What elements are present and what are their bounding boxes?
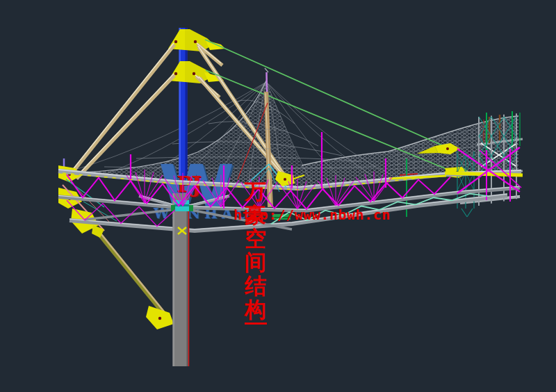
- concrete-column: [173, 193, 189, 366]
- mast-mid-gusset-plate: [168, 61, 224, 97]
- cable-net-mesh: [66, 81, 518, 186]
- tan-struts: [72, 43, 288, 181]
- cable-anchor-brackets: [400, 143, 470, 178]
- green-stay-cables: [205, 40, 453, 172]
- structure-members: [58, 28, 523, 329]
- strut-end-bracket: [275, 171, 295, 186]
- left-end-gussets: [58, 158, 117, 231]
- cad-viewport[interactable]: W PJ WANHAO: [0, 0, 556, 392]
- mast-tip-purple: [267, 72, 268, 92]
- mast-top-gusset-plate: [168, 29, 225, 65]
- kicker-strut: [71, 209, 174, 329]
- lattice-bracing: [457, 113, 516, 217]
- mast-base-connector: [272, 214, 291, 220]
- blue-mast: [179, 28, 188, 191]
- right-end-tower: [460, 111, 523, 203]
- support-column-group: [85, 68, 304, 366]
- structure-back-layer: [0, 0, 556, 392]
- column-top-fitting: [174, 200, 189, 211]
- watermark-url-text: http://www.nbwh.cn: [234, 206, 391, 223]
- logo-monogram: PJ: [177, 174, 200, 195]
- watermark-company-text: 万豪空间结构: [245, 179, 267, 325]
- logo-brand-text: WANHAO: [154, 206, 253, 220]
- truss-web-bracing: [67, 132, 521, 227]
- truss-chords: [58, 170, 523, 231]
- logo-w-glyph: W: [158, 157, 234, 215]
- red-cable: [238, 103, 268, 179]
- structure-front-layer: [0, 0, 556, 392]
- centre-mast: [238, 68, 286, 207]
